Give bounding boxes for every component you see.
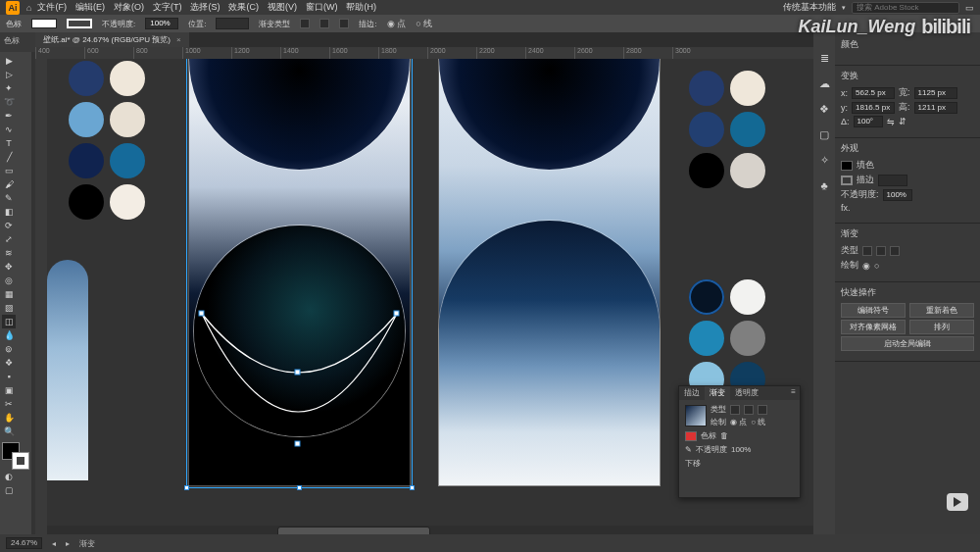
opt-opacity-field[interactable]: 100%: [145, 18, 178, 29]
menu-edit[interactable]: 编辑(E): [73, 0, 108, 15]
appearance-stroke-field[interactable]: [878, 175, 907, 186]
width-tool-icon[interactable]: ≋: [2, 246, 16, 260]
transform-h-field[interactable]: 1211 px: [914, 102, 957, 114]
menu-help[interactable]: 帮助(H): [343, 0, 379, 15]
type-tool-icon[interactable]: T: [2, 136, 16, 150]
panel-tab-gradient[interactable]: 渐变: [705, 386, 730, 400]
fill-stroke-control[interactable]: [2, 442, 29, 470]
transform-y-field[interactable]: 1816.5 px: [852, 102, 895, 114]
artboards-panel-icon[interactable]: ▢: [817, 128, 831, 142]
menu-select[interactable]: 选择(S): [187, 0, 222, 15]
panel-tab-transparency[interactable]: 透明度: [730, 386, 763, 400]
ruler-vertical[interactable]: [35, 59, 47, 534]
artwork-bottom-arch[interactable]: [439, 221, 660, 485]
fg-freeform-icon[interactable]: [758, 405, 767, 415]
zoom-tool-icon[interactable]: 🔍: [2, 425, 16, 438]
curvature-tool-icon[interactable]: ∿: [2, 123, 16, 136]
fg-radial-icon[interactable]: [744, 405, 754, 415]
pen-tool-icon[interactable]: ✒: [2, 109, 16, 123]
eyedropper-tool-icon[interactable]: 💧: [2, 328, 16, 342]
arrange-icon[interactable]: ▭: [965, 3, 974, 13]
swatch[interactable]: [110, 143, 145, 178]
qa-recolor-button[interactable]: 重新着色: [909, 303, 974, 318]
opt-radio-point-label[interactable]: ◉ 点: [387, 18, 407, 30]
menu-window[interactable]: 窗口(W): [303, 0, 341, 15]
panel-tab-stroke[interactable]: 描边: [679, 386, 705, 400]
swatch[interactable]: [689, 153, 724, 188]
scale-tool-icon[interactable]: ⤢: [2, 232, 16, 246]
fg-linear-icon[interactable]: [730, 405, 740, 415]
qa-global-edit-button[interactable]: 启动全局编辑: [841, 336, 974, 351]
swatch[interactable]: [730, 112, 765, 147]
screen-mode-icon[interactable]: ▢: [2, 483, 16, 497]
opt-fill-swatch[interactable]: [31, 19, 57, 28]
gradtype-linear-icon[interactable]: [300, 19, 310, 28]
swatch[interactable]: [730, 71, 765, 106]
gradtype-radial-icon[interactable]: [876, 246, 886, 256]
zoom-field[interactable]: 24.67%: [6, 537, 42, 549]
appearance-fill-chip[interactable]: [841, 161, 853, 171]
menu-object[interactable]: 对象(O): [111, 0, 147, 15]
gradtype-freeform-icon[interactable]: [339, 19, 349, 28]
artboard-nav-next-icon[interactable]: ▸: [66, 539, 70, 548]
appearance-opacity-field[interactable]: 100%: [883, 189, 912, 201]
appearance-stroke-chip[interactable]: [841, 176, 853, 185]
stock-search-input[interactable]: 搜索 Adobe Stock: [852, 2, 959, 14]
assets-panel-icon[interactable]: ✧: [817, 154, 831, 168]
horizontal-scrollbar[interactable]: [47, 526, 813, 534]
flip-h-icon[interactable]: ⇋: [887, 117, 895, 126]
gradtype-radial-icon[interactable]: [319, 19, 329, 28]
gradient-tool-icon[interactable]: ◫: [2, 315, 16, 328]
swatch[interactable]: [110, 61, 145, 96]
panel-menu-icon[interactable]: ≡: [787, 386, 800, 400]
color-mode-icon[interactable]: ◐: [2, 470, 16, 483]
artwork-top-circle[interactable]: [439, 59, 660, 170]
fg-radio-point[interactable]: ◉ 点: [730, 417, 747, 427]
ruler-horizontal[interactable]: 400600800 100012001400 160018002000 2200…: [35, 47, 813, 59]
rotate-tool-icon[interactable]: ⟳: [2, 219, 16, 232]
left-panel-tab[interactable]: 色标: [0, 32, 35, 52]
gradient-panel[interactable]: 描边 渐变 透明度 ≡ 类型 绘制 ◉ 点 ○ 线: [678, 385, 801, 498]
menu-view[interactable]: 视图(V): [265, 0, 300, 15]
free-transform-tool-icon[interactable]: ✥: [2, 260, 16, 274]
shape-builder-tool-icon[interactable]: ◎: [2, 274, 16, 287]
home-icon[interactable]: ⌂: [26, 3, 31, 13]
artboard-1[interactable]: [189, 59, 410, 485]
stroke-swatch-icon[interactable]: [12, 452, 29, 470]
brush-tool-icon[interactable]: 🖌: [2, 177, 16, 191]
hand-tool-icon[interactable]: ✋: [2, 411, 16, 425]
color-panel-tab[interactable]: 颜色: [841, 38, 858, 51]
libraries-panel-icon[interactable]: ☁: [817, 77, 831, 91]
line-tool-icon[interactable]: ╱: [2, 150, 16, 164]
swatch[interactable]: [730, 321, 765, 356]
fg-opacity-field[interactable]: 100%: [731, 445, 751, 454]
menu-file[interactable]: 文件(F): [34, 0, 70, 15]
qa-edit-symbol-button[interactable]: 编辑符号: [841, 303, 906, 318]
symbol-tool-icon[interactable]: ❖: [2, 356, 16, 370]
swatch[interactable]: [689, 321, 724, 356]
qa-align-pixel-button[interactable]: 对齐像素网格: [841, 320, 906, 334]
swatch[interactable]: [730, 279, 765, 315]
lasso-tool-icon[interactable]: ➰: [2, 95, 16, 109]
shaper-tool-icon[interactable]: ✎: [2, 191, 16, 205]
gradient-radio-line[interactable]: ○: [874, 261, 879, 271]
eyedropper-icon[interactable]: ✎: [685, 445, 692, 454]
layers-panel-icon[interactable]: ❖: [817, 103, 831, 117]
properties-panel-icon[interactable]: ≣: [817, 52, 831, 66]
chevron-down-icon[interactable]: ▾: [842, 4, 846, 12]
direct-selection-tool-icon[interactable]: ▷: [2, 68, 16, 81]
swatch[interactable]: [689, 112, 724, 147]
flip-v-icon[interactable]: ⇵: [899, 117, 906, 126]
menu-effect[interactable]: 效果(C): [225, 0, 262, 15]
gradient-preview-swatch[interactable]: [685, 405, 707, 427]
transform-angle-field[interactable]: 100°: [854, 116, 883, 127]
fg-radio-line[interactable]: ○ 线: [751, 417, 765, 427]
artboard-tool-icon[interactable]: ▣: [2, 383, 16, 397]
swatch[interactable]: [689, 71, 724, 106]
selected-path[interactable]: [199, 284, 400, 456]
perspective-tool-icon[interactable]: ▦: [2, 287, 16, 301]
swatch[interactable]: [69, 102, 104, 137]
artboard-2[interactable]: [439, 59, 660, 485]
slice-tool-icon[interactable]: ✂: [2, 397, 16, 411]
mesh-tool-icon[interactable]: ▨: [2, 301, 16, 315]
